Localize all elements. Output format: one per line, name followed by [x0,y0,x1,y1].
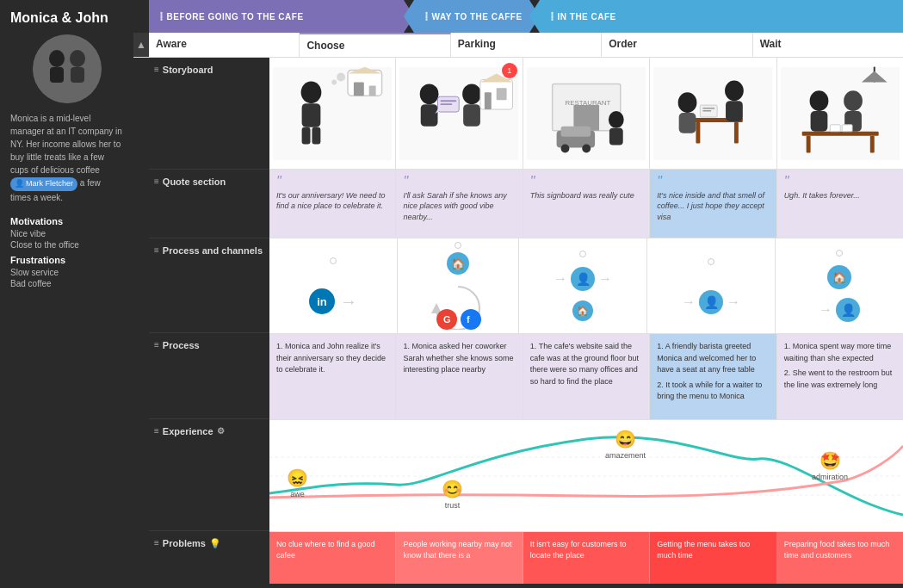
linkedin-icon: in [309,288,335,314]
process-cell-2: 1. The cafe's website said the cafe was … [523,334,650,419]
svg-rect-2 [50,67,64,83]
svg-point-37 [609,111,624,128]
svg-point-0 [33,34,102,103]
svg-rect-7 [302,103,321,127]
phase-before-dots: ⁞ [159,9,164,23]
svg-point-1 [49,50,65,67]
row-labels-column [133,58,149,588]
frustration-1: Slow service [10,268,123,277]
storyboard-illustration-order [653,66,772,161]
content-area: ≡ Storyboard ≡ Quote section ≡ Process a… [133,58,903,588]
phase-way-label: WAY TO THE CAFFE [432,12,523,22]
svg-rect-34 [560,126,591,136]
col-header-aware: Aware [149,33,300,57]
storyboard-illustration-parking: RESTAURANT [527,66,646,161]
phase-in-label: IN THE CAFE [558,12,616,22]
home-icon-parking: 🏠 [572,300,593,321]
motivation-2: Close to the office [10,240,123,250]
row-label-channels: ≡ Process and channels [149,238,269,333]
storyboard-cell-parking: RESTAURANT [523,58,650,169]
svg-rect-23 [441,103,453,105]
emotion-awe: 😖 awe [287,467,308,498]
channel-dot-parking [579,251,586,257]
svg-rect-8 [302,127,311,144]
problems-cell-1: People working nearby may not know that … [396,532,523,584]
arrow-left-order: → [682,294,696,310]
phase-headers: ⁞ BEFORE GOING TO THE CAFE ⁞ WAY TO THE … [133,0,903,33]
home-icon-wait: 🏠 [827,265,851,289]
svg-point-3 [70,50,85,67]
phase-before: ⁞ BEFORE GOING TO THE CAFE [149,0,414,33]
svg-rect-12 [348,70,382,96]
svg-rect-44 [726,101,743,121]
phase-way: ⁞ WAY TO THE CAFFE [404,0,540,33]
person-icon-wait: 👤 [836,298,860,322]
channels-cell-order: → 👤 → [647,238,776,333]
channel-circle-choose: G f [428,278,488,330]
problems-cell-4: Preparing food takes too much time and c… [777,532,903,584]
channels-cell-aware: in → [269,238,398,333]
avatar-illustration [33,34,102,103]
col-header-order: Order [602,33,752,57]
channels-row: in → 🏠 [269,238,903,334]
scroll-up-button[interactable]: ▲ [133,33,149,57]
svg-rect-58 [806,135,810,152]
storyboard-illustration-choose [399,66,518,161]
home-icon-choose: 🏠 [447,252,469,275]
col-header-parking: Parking [451,33,602,57]
channels-cell-parking: → 👤 → 🏠 [519,238,647,333]
quote-row: " It's our anniversary! We need to find … [269,170,903,238]
notification-badge: 1 [502,63,517,78]
storyboard-row: 1 [269,58,903,170]
emotion-amazement: 😄 amazement [605,429,646,460]
row-icon-channels: ≡ [154,245,159,255]
svg-point-36 [582,144,591,152]
svg-point-43 [725,80,744,101]
svg-text:f: f [467,314,470,325]
emotion-trust: 😊 trust [442,479,463,510]
motivation-1: Nice vibe [10,229,123,238]
phase-way-dots: ⁞ [424,9,429,23]
storyboard-illustration-aware [273,66,392,161]
problems-cell-0: No clue where to find a good cafee [269,532,396,584]
storyboard-cell-order [650,58,776,169]
frustration-2: Bad coffee [10,279,123,288]
quote-cell-4: " Ugh. It takes forever... [777,170,903,238]
svg-rect-38 [609,127,623,145]
phase-in: ⁞ IN THE CAFE [529,0,903,33]
arrow-left-parking: → [554,271,567,287]
svg-point-6 [301,81,322,103]
storyboard-cell-wait [777,58,903,169]
row-label-storyboard: ≡ Storyboard [149,58,269,170]
process-cell-0: 1. Monica and John realize it's their an… [269,334,396,419]
svg-rect-18 [421,104,438,127]
svg-rect-41 [696,121,701,143]
svg-rect-4 [71,67,84,83]
svg-point-45 [678,92,697,113]
row-icon-quote: ≡ [154,176,159,186]
row-icon-experience: ≡ [154,426,159,436]
svg-point-55 [844,90,863,111]
col-header-wait: Wait [753,33,903,57]
process-cell-1: 1. Monica asked her coworker Sarah wheth… [396,334,523,419]
svg-rect-57 [801,131,878,135]
process-cell-3: 1. A friendly barista greeted Monica and… [650,334,776,419]
svg-rect-48 [703,108,715,108]
row-icon-problems: ≡ [154,538,159,548]
svg-rect-61 [842,124,852,131]
problems-row: No clue where to find a good cafee Peopl… [269,532,903,584]
bio-tag: 👤 Mark Fletcher [10,177,77,191]
svg-point-19 [463,84,482,104]
experience-chart [269,420,903,532]
channels-cell-wait: 🏠 → 👤 [776,238,903,333]
arrow-left-wait: → [819,302,832,318]
quote-cell-3: " It's nice inside and that smell of cof… [650,170,776,238]
experience-settings-icon[interactable]: ⚙ [217,426,225,436]
svg-rect-46 [679,113,696,133]
channel-dot-wait [836,250,843,257]
svg-text:G: G [443,314,451,325]
row-icon-storyboard: ≡ [154,65,159,74]
frustrations-heading: Frustrations [10,255,123,265]
svg-rect-27 [497,88,507,100]
process-cell-4: 1. Monica spent way more time waiting th… [777,334,903,419]
